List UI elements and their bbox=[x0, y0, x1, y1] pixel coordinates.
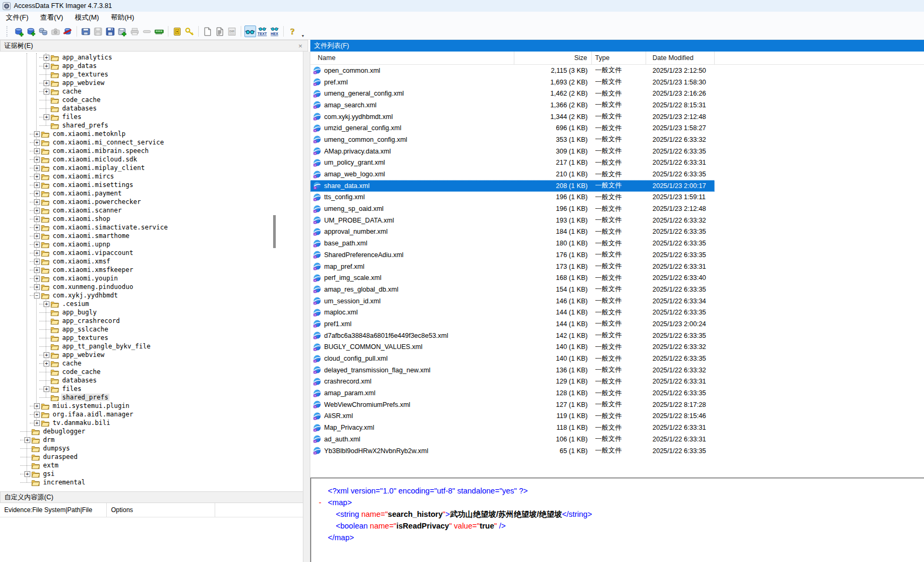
expand-icon[interactable]: + bbox=[44, 89, 49, 95]
menu-item-2[interactable]: 模式(M) bbox=[69, 12, 105, 23]
tree-item[interactable]: +org.ifaa.aidl.manager bbox=[0, 410, 303, 419]
table-row[interactable]: BUGLY_COMMON_VALUES.xml140 (1 KB)一般文件202… bbox=[310, 342, 715, 353]
expand-icon[interactable]: + bbox=[34, 250, 40, 256]
expand-icon[interactable]: + bbox=[34, 284, 40, 290]
expand-icon[interactable]: + bbox=[34, 420, 40, 426]
tree-item[interactable]: +drm bbox=[0, 436, 303, 444]
tree-item[interactable]: +com.xiaomi.youpin bbox=[0, 274, 303, 283]
column-header-date-modified[interactable]: Date Modified bbox=[646, 52, 715, 64]
custom-col-evidence[interactable]: Evidence:File System|Path|File bbox=[0, 503, 107, 517]
table-row[interactable]: pref.xml1,693 (2 KB)一般文件2025/1/23 1:58:3… bbox=[310, 76, 715, 88]
tree-item[interactable]: +com.xiaomi.metoknlp bbox=[0, 130, 303, 138]
tree-scrollbar-thumb[interactable] bbox=[273, 215, 276, 248]
expand-icon[interactable]: + bbox=[24, 471, 30, 477]
table-row[interactable]: amap_param.xml128 (1 KB)一般文件2025/1/22 6:… bbox=[310, 387, 715, 399]
tree-item[interactable]: +files bbox=[0, 113, 303, 121]
tree-item[interactable]: app_bugly bbox=[0, 308, 303, 317]
table-row[interactable]: approval_number.xml184 (1 KB)一般文件2025/1/… bbox=[310, 226, 715, 238]
close-icon[interactable]: × bbox=[296, 42, 304, 50]
tree-item[interactable]: +com.xiaomi.upnp bbox=[0, 240, 303, 249]
tree-item[interactable]: shared_prefs bbox=[0, 121, 303, 130]
table-row[interactable]: pref1.xml144 (1 KB)一般文件2025/1/23 2:00:24 bbox=[310, 318, 715, 330]
expand-icon[interactable]: + bbox=[34, 242, 40, 248]
tree-item[interactable]: +com.xiaomi.misettings bbox=[0, 181, 303, 189]
tree-item[interactable]: app_sslcache bbox=[0, 325, 303, 334]
table-row[interactable]: umeng_common_config.xml353 (1 KB)一般文件202… bbox=[310, 134, 715, 146]
add-all-attached-devices-icon[interactable] bbox=[26, 25, 37, 37]
tree-item[interactable]: dumpsys bbox=[0, 444, 303, 453]
verify-image-icon[interactable] bbox=[202, 25, 214, 37]
expand-icon[interactable]: + bbox=[34, 157, 40, 163]
custom-col-options[interactable]: Options bbox=[107, 503, 215, 517]
expand-icon[interactable]: + bbox=[34, 267, 40, 273]
tree-item[interactable]: app_tt_pangle_bykv_file bbox=[0, 342, 303, 351]
vertical-splitter[interactable] bbox=[303, 52, 310, 562]
detect-efs-encryption-icon[interactable] bbox=[184, 25, 196, 37]
tree-item[interactable]: +cache bbox=[0, 359, 303, 368]
expand-icon[interactable]: + bbox=[34, 140, 40, 146]
expand-icon[interactable]: + bbox=[34, 165, 40, 171]
expand-icon[interactable]: + bbox=[44, 63, 49, 69]
expand-icon[interactable]: + bbox=[34, 403, 40, 409]
tree-item[interactable]: +com.xiaomi.smarthome bbox=[0, 232, 303, 240]
create-disk-image-icon[interactable] bbox=[80, 25, 92, 37]
tree-item[interactable]: +com.xiaomi.payment bbox=[0, 189, 303, 198]
expand-icon[interactable]: + bbox=[34, 225, 40, 231]
table-row[interactable]: WebViewChromiumPrefs.xml127 (1 KB)一般文件20… bbox=[310, 399, 715, 411]
tree-item[interactable]: +cache bbox=[0, 87, 303, 96]
collapse-marker[interactable]: - bbox=[319, 497, 321, 508]
table-row[interactable]: Map_Privacy.xml118 (1 KB)一般文件2025/1/22 6… bbox=[310, 422, 715, 433]
tree-item[interactable]: +com.xiaomi.shop bbox=[0, 215, 303, 223]
tree-item[interactable]: duraspeed bbox=[0, 453, 303, 461]
table-row[interactable]: base_path.xml180 (1 KB)一般文件2025/1/22 6:3… bbox=[310, 237, 715, 249]
tree-item[interactable]: +tv.danmaku.bili bbox=[0, 419, 303, 427]
tree-item[interactable]: +app_analytics bbox=[0, 53, 303, 62]
table-row[interactable]: delayed_transmission_flag_new.xml136 (1 … bbox=[310, 364, 715, 376]
table-row[interactable]: AMap.privacy.data.xml309 (1 KB)一般文件2025/… bbox=[310, 146, 715, 157]
xml-preview-pane[interactable]: <?xml version="1.0" encoding="utf-8" sta… bbox=[310, 478, 924, 562]
auto-view-mode-icon[interactable] bbox=[244, 25, 256, 37]
expand-icon[interactable]: + bbox=[44, 386, 49, 392]
expand-icon[interactable]: + bbox=[34, 276, 40, 282]
tree-item[interactable]: −com.xykj.yydhbmdt bbox=[0, 291, 303, 300]
expand-icon[interactable]: + bbox=[34, 259, 40, 265]
expand-icon[interactable]: + bbox=[44, 80, 49, 86]
table-row[interactable]: map_pref.xml173 (1 KB)一般文件2025/1/22 6:33… bbox=[310, 261, 715, 273]
tree-item[interactable]: +gsi bbox=[0, 470, 303, 478]
table-row[interactable]: umeng_sp_oaid.xml196 (1 KB)一般文件2025/1/23… bbox=[310, 203, 715, 215]
toolbar-overflow-caret[interactable]: ▾ bbox=[302, 33, 306, 38]
tree-item[interactable]: app_crashrecord bbox=[0, 317, 303, 325]
table-row[interactable]: cloud_config_pull.xml140 (1 KB)一般文件2025/… bbox=[310, 353, 715, 364]
tree-item[interactable]: databases bbox=[0, 104, 303, 113]
obtain-protected-files-icon[interactable] bbox=[172, 25, 183, 37]
tree-item[interactable]: code_cache bbox=[0, 368, 303, 376]
tree-item[interactable]: +com.xiaomi.scanner bbox=[0, 206, 303, 215]
menu-item-3[interactable]: 帮助(H) bbox=[105, 12, 140, 23]
tree-item[interactable]: +com.xiaomi.mibrain.speech bbox=[0, 147, 303, 155]
expand-icon[interactable]: + bbox=[34, 131, 40, 137]
tree-item[interactable]: code_cache bbox=[0, 96, 303, 104]
tree-item[interactable]: databases bbox=[0, 376, 303, 385]
column-header-type[interactable]: Type bbox=[592, 52, 646, 64]
expand-icon[interactable]: + bbox=[34, 216, 40, 222]
capture-memory-icon[interactable] bbox=[154, 25, 165, 37]
expand-icon[interactable]: + bbox=[44, 114, 49, 120]
table-row[interactable]: open_common.xml2,115 (3 KB)一般文件2025/1/23… bbox=[310, 65, 715, 76]
tree-item[interactable]: +app_webview bbox=[0, 351, 303, 359]
tree-item[interactable]: +files bbox=[0, 385, 303, 393]
tree-item[interactable]: +.cesium bbox=[0, 300, 303, 308]
expand-icon[interactable]: + bbox=[34, 199, 40, 205]
add-evidence-item-icon[interactable] bbox=[13, 25, 25, 37]
help-icon[interactable]: ? bbox=[287, 25, 299, 37]
expand-icon[interactable]: + bbox=[34, 182, 40, 188]
table-row[interactable]: com.xykj.yydhbmdt.xml1,344 (2 KB)一般文件202… bbox=[310, 111, 715, 123]
add-to-custom-content-image-icon[interactable] bbox=[117, 25, 129, 37]
table-row[interactable]: Yb3Blbl9odHRwX2NvbnRyb2w.xml65 (1 KB)一般文… bbox=[310, 445, 715, 457]
table-row[interactable]: amap_web_logo.xml210 (1 KB)一般文件2025/1/22… bbox=[310, 168, 715, 180]
table-row[interactable]: share_data.xml208 (1 KB)一般文件2025/1/23 2:… bbox=[310, 180, 715, 192]
properties-icon[interactable] bbox=[214, 25, 226, 37]
tree-item[interactable]: +com.xiaomi.simactivate.service bbox=[0, 223, 303, 232]
table-row[interactable]: maploc.xml144 (1 KB)一般文件2025/1/22 6:33:3… bbox=[310, 306, 715, 318]
tree-item[interactable]: debuglogger bbox=[0, 427, 303, 436]
tree-item[interactable]: +com.xiaomi.vipaccount bbox=[0, 249, 303, 257]
